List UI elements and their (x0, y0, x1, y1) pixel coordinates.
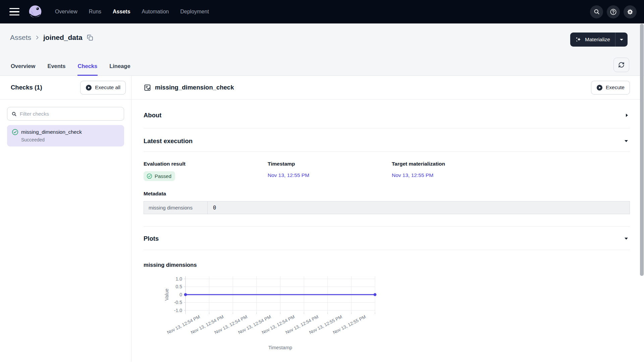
check-success-icon (12, 129, 18, 135)
execute-label: Execute (606, 84, 625, 90)
check-detail-title: missing_dimension_check (144, 84, 234, 92)
target-materialization-label: Target materialization (392, 161, 516, 167)
tab-events[interactable]: Events (47, 63, 66, 76)
latest-execution-toggle[interactable]: Latest execution (144, 128, 630, 152)
execute-all-label: Execute all (95, 84, 120, 90)
plots-heading: Plots (144, 235, 159, 242)
svg-text:Value: Value (164, 289, 169, 301)
chevron-down-icon (625, 238, 628, 240)
app-root: Overview Runs Assets Automation Deployme… (0, 0, 644, 362)
check-success-icon (147, 173, 152, 179)
check-item-name: missing_dimension_check (21, 129, 82, 135)
check-detail-body: About Latest execution Evaluation result (131, 100, 644, 362)
content-panels: Checks (1) Execute all (0, 76, 644, 362)
line-chart: 1.00.50-0.5-1.0Nov 13, 12:54 PMNov 13, 1… (154, 273, 419, 356)
metadata-heading: Metadata (144, 191, 630, 197)
page-scrollbar[interactable] (640, 24, 644, 362)
check-detail-panel: missing_dimension_check Execute About La (131, 76, 644, 362)
chevron-right-icon (35, 35, 40, 40)
materialize-dropdown-button[interactable] (615, 33, 628, 47)
search-icon (11, 111, 17, 117)
nav-link-overview[interactable]: Overview (55, 9, 77, 15)
play-circle-icon (596, 84, 603, 91)
svg-text:1.0: 1.0 (176, 276, 182, 282)
page-header: Assets joined_data Materialize (0, 23, 644, 76)
materialize-split-button: Materialize (570, 33, 628, 47)
nav-icon-buttons (590, 5, 637, 18)
about-heading: About (144, 112, 161, 119)
check-item-status: Succeeded (21, 137, 119, 142)
help-button[interactable] (607, 5, 620, 18)
tab-overview[interactable]: Overview (10, 63, 36, 76)
hamburger-menu-icon[interactable] (9, 8, 20, 15)
passed-badge: Passed (144, 171, 175, 181)
svg-text:-1.0: -1.0 (174, 308, 182, 313)
help-icon (610, 8, 617, 15)
execute-button[interactable]: Execute (591, 81, 630, 95)
metadata-table: missing dimensions 0 (144, 201, 630, 214)
plots-section-toggle[interactable]: Plots (144, 227, 630, 250)
checks-count-title: Checks (1) (11, 84, 42, 91)
svg-text:Timestamp: Timestamp (268, 345, 292, 350)
plot-title: missing dimensions (144, 262, 630, 268)
scrollbar-thumb[interactable] (640, 24, 644, 276)
copy-button[interactable] (87, 34, 94, 41)
latest-execution-heading: Latest execution (144, 137, 193, 145)
nav-link-runs[interactable]: Runs (89, 9, 101, 15)
nav-link-deployment[interactable]: Deployment (180, 9, 209, 15)
refresh-button[interactable] (613, 58, 629, 72)
checklist-icon (144, 84, 151, 92)
timestamp-label: Timestamp (268, 161, 392, 167)
metadata-block: Metadata missing dimensions 0 (144, 191, 630, 214)
copy-icon (87, 34, 94, 41)
execute-all-button[interactable]: Execute all (80, 81, 126, 95)
latest-execution-section: Latest execution Evaluation result Passe… (144, 128, 630, 227)
tab-lineage[interactable]: Lineage (109, 63, 130, 76)
sparkles-icon (575, 36, 582, 43)
check-name: missing_dimension_check (155, 84, 234, 91)
tab-checks[interactable]: Checks (77, 63, 98, 76)
evaluation-result-label: Evaluation result (144, 161, 268, 167)
checks-sidebar: Checks (1) Execute all (0, 76, 131, 362)
settings-button[interactable] (624, 5, 637, 18)
passed-badge-label: Passed (155, 173, 171, 179)
refresh-icon (618, 62, 625, 68)
search-button[interactable] (590, 5, 603, 18)
filter-checks-box (7, 107, 124, 121)
filter-checks-input[interactable] (20, 111, 120, 117)
materialize-button[interactable]: Materialize (570, 33, 615, 47)
chevron-right-icon (626, 114, 628, 117)
caret-down-icon (620, 39, 623, 41)
nav-link-assets[interactable]: Assets (113, 9, 130, 15)
about-section-toggle[interactable]: About (144, 100, 630, 128)
asset-tabs: Overview Events Checks Lineage (10, 63, 131, 76)
checks-sidebar-body: missing_dimension_check Succeeded (0, 100, 131, 154)
play-circle-icon (86, 84, 92, 91)
gear-icon (627, 8, 634, 15)
svg-text:0.5: 0.5 (176, 284, 182, 289)
latest-execution-summary: Evaluation result Passed Timestamp Nov 1… (144, 152, 630, 181)
checks-sidebar-header: Checks (1) Execute all (0, 76, 131, 100)
svg-text:0: 0 (179, 292, 182, 297)
metadata-key-cell: missing dimensions (144, 201, 208, 214)
dagster-logo-icon[interactable] (28, 4, 43, 19)
metadata-value-cell: 0 (208, 201, 221, 214)
search-icon (593, 8, 600, 15)
page-title: joined_data (43, 34, 83, 42)
check-list-item[interactable]: missing_dimension_check Succeeded (7, 125, 124, 146)
timestamp-link[interactable]: Nov 13, 12:55 PM (268, 172, 309, 178)
nav-link-automation[interactable]: Automation (142, 9, 169, 15)
breadcrumb-assets-link[interactable]: Assets (10, 34, 31, 42)
primary-nav: Overview Runs Assets Automation Deployme… (55, 9, 209, 15)
missing-dimensions-chart: 1.00.50-0.5-1.0Nov 13, 12:54 PMNov 13, 1… (154, 273, 630, 356)
materialize-label: Materialize (585, 37, 610, 43)
target-materialization-link[interactable]: Nov 13, 12:55 PM (392, 172, 433, 178)
chevron-down-icon (625, 140, 628, 142)
svg-text:-0.5: -0.5 (174, 300, 182, 305)
top-nav: Overview Runs Assets Automation Deployme… (0, 0, 644, 23)
check-detail-header: missing_dimension_check Execute (131, 76, 644, 100)
breadcrumb: Assets joined_data (0, 23, 644, 42)
